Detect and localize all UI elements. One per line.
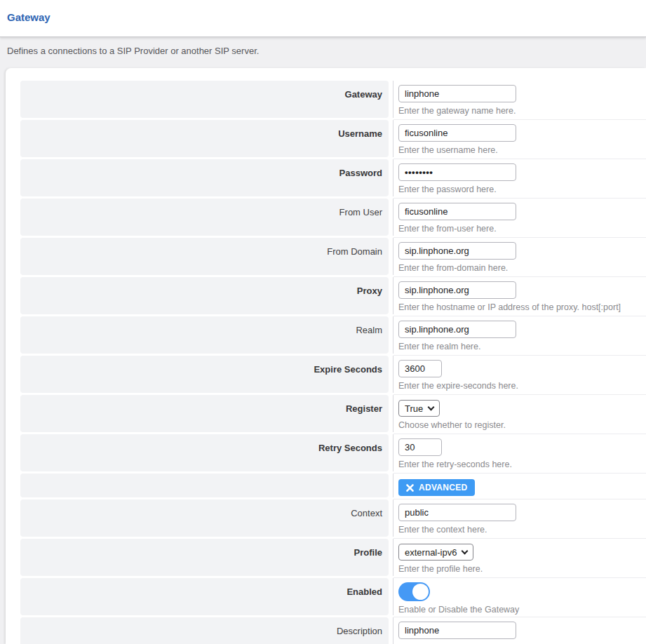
from-domain-input[interactable] <box>398 242 516 260</box>
form-row-context: ContextEnter the context here. <box>20 499 646 539</box>
gateway-help-text: Enter the gateway name here. <box>398 106 646 116</box>
page-title: Gateway <box>0 0 646 23</box>
label-cell-gateway: Gateway <box>20 81 389 118</box>
label-cell-from-user: From User <box>20 199 389 236</box>
enabled-help-text: Enable or Disable the Gateway <box>398 605 646 615</box>
retry-seconds-help-text: Enter the retry-seconds here. <box>398 459 646 469</box>
form-row-proxy: ProxyEnter the hostname or IP address of… <box>20 277 646 316</box>
description-label: Description <box>337 626 382 636</box>
realm-label: Realm <box>356 325 382 335</box>
profile-label: Profile <box>354 547 382 558</box>
advanced-button-label: ADVANCED <box>419 483 468 492</box>
from-domain-help-text: Enter the from-domain here. <box>398 263 646 273</box>
register-help-text: Choose whether to register. <box>398 420 646 430</box>
from-user-input[interactable] <box>398 203 516 220</box>
label-cell-profile: Profile <box>20 539 389 576</box>
chevron-down-icon <box>462 547 469 554</box>
form-row-realm: RealmEnter the realm here. <box>20 316 646 356</box>
context-label: Context <box>351 508 382 518</box>
from-domain-label: From Domain <box>327 246 382 257</box>
profile-select-value: external-ipv6 <box>405 547 457 558</box>
label-cell-description: Description <box>20 617 389 644</box>
context-input[interactable] <box>398 504 516 521</box>
expire-seconds-label: Expire Seconds <box>314 364 382 375</box>
gateway-label: Gateway <box>345 89 382 100</box>
form-card: GatewayEnter the gateway name here.Usern… <box>6 68 646 644</box>
field-cell-username: Enter the username here. <box>393 120 646 159</box>
form-row-register: RegisterTrueChoose whether to register. <box>20 395 646 434</box>
field-cell-gateway: Enter the gateway name here. <box>393 81 646 120</box>
gateway-input[interactable] <box>398 85 516 102</box>
label-cell-username: Username <box>20 120 389 157</box>
form-row-enabled: EnabledEnable or Disable the Gateway <box>20 578 646 617</box>
username-input[interactable] <box>398 124 516 142</box>
retry-seconds-input[interactable] <box>398 438 442 456</box>
realm-help-text: Enter the realm here. <box>398 342 646 351</box>
from-user-help-text: Enter the from-user here. <box>398 224 646 234</box>
retry-seconds-label: Retry Seconds <box>318 443 382 453</box>
description-input[interactable] <box>398 622 516 639</box>
proxy-input[interactable] <box>398 281 516 299</box>
field-cell-advanced: ADVANCED <box>393 474 646 499</box>
form-row-description: Description <box>20 617 646 644</box>
label-cell-from-domain: From Domain <box>20 238 389 275</box>
page-description-strip: Defines a connections to a SIP Provider … <box>0 37 646 68</box>
realm-input[interactable] <box>398 321 516 338</box>
field-cell-proxy: Enter the hostname or IP address of the … <box>393 277 646 316</box>
chevron-down-icon <box>428 403 435 410</box>
advanced-button[interactable]: ADVANCED <box>398 479 475 496</box>
form-row-username: UsernameEnter the username here. <box>20 120 646 159</box>
enabled-label: Enabled <box>346 586 382 597</box>
label-cell-context: Context <box>20 499 389 537</box>
from-user-label: From User <box>339 207 382 217</box>
enabled-toggle[interactable] <box>398 582 430 601</box>
label-cell-expire-seconds: Expire Seconds <box>20 356 389 393</box>
username-label: Username <box>338 128 382 139</box>
form-row-from-user: From UserEnter the from-user here. <box>20 199 646 238</box>
register-select[interactable]: True <box>398 400 440 417</box>
register-select-value: True <box>405 403 423 414</box>
label-cell-enabled: Enabled <box>20 578 389 615</box>
form-row-password: PasswordEnter the password here. <box>20 159 646 199</box>
field-cell-from-user: Enter the from-user here. <box>393 199 646 238</box>
password-label: Password <box>339 168 382 178</box>
field-cell-realm: Enter the realm here. <box>393 316 646 356</box>
field-cell-context: Enter the context here. <box>393 499 646 539</box>
page-description: Defines a connections to a SIP Provider … <box>7 46 259 56</box>
proxy-help-text: Enter the hostname or IP address of the … <box>398 302 646 312</box>
form-row-retry-seconds: Retry SecondsEnter the retry-seconds her… <box>20 434 646 474</box>
profile-select[interactable]: external-ipv6 <box>398 544 473 561</box>
toggle-knob <box>412 584 429 600</box>
label-cell-retry-seconds: Retry Seconds <box>20 434 389 471</box>
form-row-expire-seconds: Expire SecondsEnter the expire-seconds h… <box>20 356 646 395</box>
form-row-gateway: GatewayEnter the gateway name here. <box>20 81 646 120</box>
field-cell-from-domain: Enter the from-domain here. <box>393 238 646 277</box>
profile-help-text: Enter the profile here. <box>398 564 646 574</box>
context-help-text: Enter the context here. <box>398 525 646 535</box>
label-cell-password: Password <box>20 159 389 196</box>
expire-seconds-help-text: Enter the expire-seconds here. <box>398 381 646 391</box>
password-input[interactable] <box>398 163 516 181</box>
field-cell-description <box>393 617 646 644</box>
field-cell-retry-seconds: Enter the retry-seconds here. <box>393 434 646 474</box>
field-cell-register: TrueChoose whether to register. <box>393 395 646 434</box>
form-row-profile: Profileexternal-ipv6Enter the profile he… <box>20 539 646 578</box>
proxy-label: Proxy <box>357 286 382 296</box>
field-cell-password: Enter the password here. <box>393 159 646 199</box>
label-cell-proxy: Proxy <box>20 277 389 314</box>
register-label: Register <box>346 403 382 414</box>
tools-icon <box>405 483 415 492</box>
field-cell-enabled: Enable or Disable the Gateway <box>393 578 646 617</box>
field-cell-profile: external-ipv6Enter the profile here. <box>393 539 646 578</box>
label-cell-advanced <box>20 474 389 497</box>
label-cell-realm: Realm <box>20 316 389 354</box>
field-cell-expire-seconds: Enter the expire-seconds here. <box>393 356 646 395</box>
gateway-form: GatewayEnter the gateway name here.Usern… <box>20 81 646 644</box>
username-help-text: Enter the username here. <box>398 145 646 155</box>
expire-seconds-input[interactable] <box>398 360 442 377</box>
password-help-text: Enter the password here. <box>398 185 646 194</box>
form-row-from-domain: From DomainEnter the from-domain here. <box>20 238 646 277</box>
form-row-advanced: ADVANCED <box>20 474 646 499</box>
top-bar: Gateway <box>0 0 646 37</box>
label-cell-register: Register <box>20 395 389 432</box>
